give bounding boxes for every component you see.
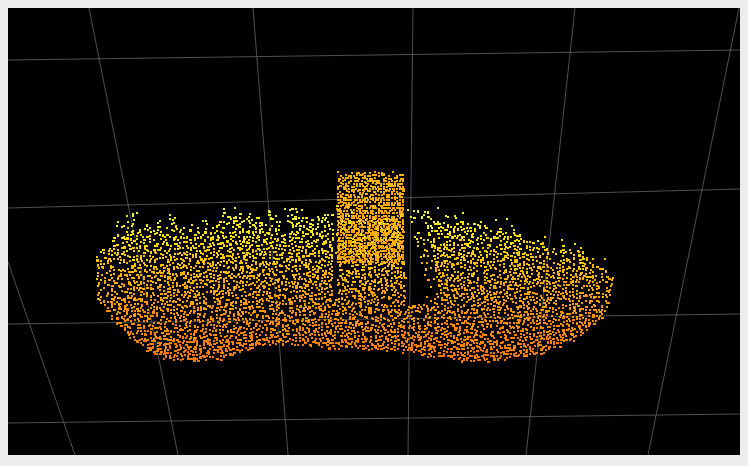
3d-pointcloud-viewport[interactable]	[8, 8, 740, 455]
pointcloud-viewer-window	[0, 0, 748, 466]
